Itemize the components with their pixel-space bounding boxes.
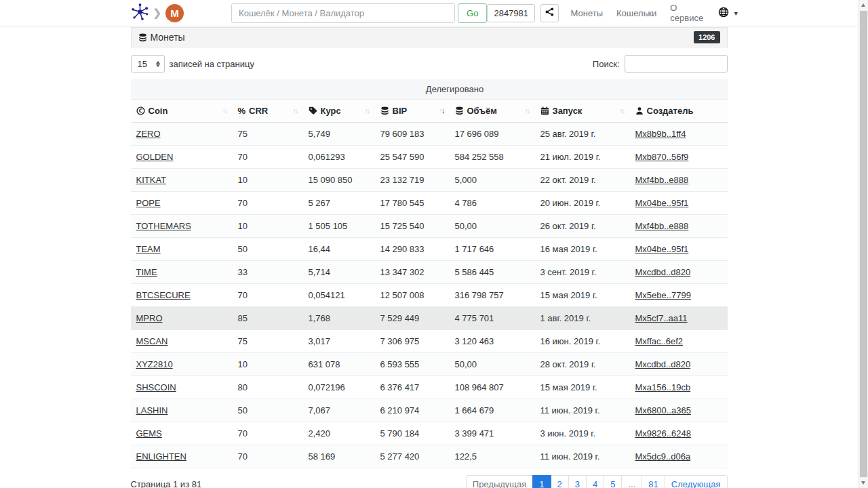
scroll-down-arrow[interactable] xyxy=(861,481,865,485)
crr-cell: 70 xyxy=(233,422,303,445)
molecule-logo-icon xyxy=(131,3,149,23)
rate-cell: 2,420 xyxy=(303,422,375,445)
coin-link[interactable]: GEMS xyxy=(136,428,162,439)
coin-link[interactable]: MSCAN xyxy=(136,336,168,346)
creator-link[interactable]: Mx5dc9..d06a xyxy=(635,451,691,462)
table-row: TIME335,71413 347 3025 586 4453 сент. 20… xyxy=(131,260,728,283)
nav-link[interactable]: О сервисе xyxy=(670,3,704,23)
sort-arrows-icon[interactable]: ↑↓ xyxy=(439,106,446,115)
creator-link[interactable]: Mx5cf7..aa11 xyxy=(635,313,688,323)
pagination-item[interactable]: 3 xyxy=(568,475,587,488)
pagination-item[interactable]: 2 xyxy=(551,475,569,488)
creator-link[interactable]: Mxffac..6ef2 xyxy=(635,336,684,346)
coin-link[interactable]: TIME xyxy=(136,267,157,277)
coin-link-cell: GEMS xyxy=(131,422,233,445)
minter-logo[interactable]: M xyxy=(165,4,184,22)
coin-link-cell: GOLDEN xyxy=(131,145,233,168)
coin-link[interactable]: ZERO xyxy=(136,129,161,139)
column-header[interactable]: %CRR↑↓ xyxy=(233,99,303,122)
table-row: TOTHEMARS101 505 10515 725 54050,0026 ок… xyxy=(131,214,728,237)
column-header[interactable]: Запуск↑↓ xyxy=(535,99,630,122)
coin-link[interactable]: ENLIGHTEN xyxy=(136,451,186,462)
creator-link[interactable]: Mx5ebe..7799 xyxy=(635,290,691,300)
rate-cell: 0,054121 xyxy=(303,283,375,306)
volume-cell: 50,00 xyxy=(450,352,535,375)
coin-link[interactable]: MPRO xyxy=(136,313,163,323)
share-button[interactable] xyxy=(540,4,558,22)
logo-group[interactable]: ❯ M xyxy=(131,3,184,23)
coin-link[interactable]: KITKAT xyxy=(136,175,167,185)
creator-link[interactable]: Mxcdbd..d820 xyxy=(635,267,691,277)
creator-link[interactable]: Mx8b9b..1ff4 xyxy=(635,129,686,139)
coin-icon: C xyxy=(136,106,145,115)
column-header[interactable]: Курс↑↓ xyxy=(303,99,375,122)
scroll-up-arrow[interactable] xyxy=(861,3,865,7)
page-length-select[interactable]: 15 xyxy=(131,55,165,73)
column-header-row: CCoin↑↓%CRR↑↓Курс↑↓BIP↑↓Объём↑↓Запуск↑↓С… xyxy=(131,99,728,122)
crr-cell: 70 xyxy=(233,191,303,214)
nav-links: МонетыКошелькиО сервисе xyxy=(571,3,705,23)
sort-arrows-icon[interactable]: ↑↓ xyxy=(293,106,299,115)
sort-arrows-icon[interactable]: ↑↓ xyxy=(222,106,229,115)
coin-link[interactable]: XYZ2810 xyxy=(136,359,173,369)
block-height-badge[interactable]: 2847981 xyxy=(487,4,535,22)
sort-arrows-icon[interactable]: ↑↓ xyxy=(365,106,371,115)
creator-link[interactable]: Mx04be..95f1 xyxy=(635,244,689,254)
creator-link[interactable]: Mxf4bb..e888 xyxy=(635,221,689,231)
crr-cell: 70 xyxy=(233,445,303,468)
crr-cell: 10 xyxy=(233,352,303,375)
creator-link[interactable]: Mx04be..95f1 xyxy=(635,198,689,208)
column-header[interactable]: CCoin↑↓ xyxy=(131,99,233,122)
column-header[interactable]: BIP↑↓ xyxy=(375,99,450,122)
coin-link[interactable]: LASHIN xyxy=(136,405,168,415)
table-search-input[interactable] xyxy=(625,55,728,73)
coin-link-cell: SHSCOIN xyxy=(131,375,233,399)
launch-date-cell: 3 сент. 2019 г. xyxy=(535,260,630,283)
creator-link[interactable]: Mx9826..6248 xyxy=(635,428,691,439)
creator-link-cell: Mx6800..a365 xyxy=(630,399,728,422)
crr-cell: 10 xyxy=(233,168,303,191)
nav-link[interactable]: Кошельки xyxy=(616,8,656,18)
table-row: ENLIGHTEN7058 1695 277 420122,511 июн. 2… xyxy=(131,445,728,468)
coins-icon xyxy=(455,106,464,115)
coin-link[interactable]: TEAM xyxy=(136,244,161,254)
rate-cell: 15 090 850 xyxy=(303,168,375,191)
launch-date-cell: 25 авг. 2019 г. xyxy=(535,122,630,145)
creator-link[interactable]: Mxf4bb..e888 xyxy=(635,175,689,185)
pagination-page-active[interactable]: 1 xyxy=(532,475,551,488)
global-search-input[interactable] xyxy=(231,3,455,23)
sort-arrows-icon[interactable]: ↑↓ xyxy=(620,106,626,115)
language-menu[interactable]: ▾ xyxy=(718,7,738,20)
pagination-item[interactable]: 5 xyxy=(604,475,622,488)
pagination-item[interactable]: 81 xyxy=(642,475,665,488)
creator-link[interactable]: Mxcdbd..d820 xyxy=(635,359,691,369)
scrollbar-thumb[interactable] xyxy=(860,11,867,477)
coin-link[interactable]: POPE xyxy=(136,198,161,208)
coin-link[interactable]: SHSCOIN xyxy=(136,382,176,392)
rate-cell: 5,714 xyxy=(303,260,375,283)
coin-link[interactable]: GOLDEN xyxy=(136,152,174,162)
bip-cell: 13 347 302 xyxy=(375,260,450,283)
column-label: Создатель xyxy=(647,106,694,116)
go-button[interactable]: Go xyxy=(458,3,487,23)
pagination-item[interactable]: Следующая xyxy=(665,475,728,488)
sort-arrows-icon[interactable]: ↑↓ xyxy=(525,106,531,115)
crr-cell: 85 xyxy=(233,306,303,329)
coins-stack-icon xyxy=(138,33,147,42)
pagination-item[interactable]: 4 xyxy=(586,475,604,488)
chevron-right-icon: ❯ xyxy=(153,7,162,19)
crr-cell: 33 xyxy=(233,260,303,283)
column-header[interactable]: Объём↑↓ xyxy=(450,99,535,122)
coin-link-cell: BTCSECURE xyxy=(131,283,233,306)
creator-link-cell: Mxcdbd..d820 xyxy=(630,352,728,375)
svg-text:C: C xyxy=(138,108,142,114)
vertical-scrollbar[interactable] xyxy=(858,0,868,488)
global-search: Go xyxy=(231,3,487,23)
creator-link[interactable]: Mxa156..19cb xyxy=(635,382,691,392)
nav-link[interactable]: Монеты xyxy=(571,8,603,18)
coin-link[interactable]: BTCSECURE xyxy=(136,290,191,300)
bip-cell: 14 290 833 xyxy=(375,237,450,260)
creator-link[interactable]: Mx6800..a365 xyxy=(635,405,691,415)
creator-link[interactable]: Mxb870..56f9 xyxy=(635,152,689,162)
coin-link[interactable]: TOTHEMARS xyxy=(136,221,191,231)
